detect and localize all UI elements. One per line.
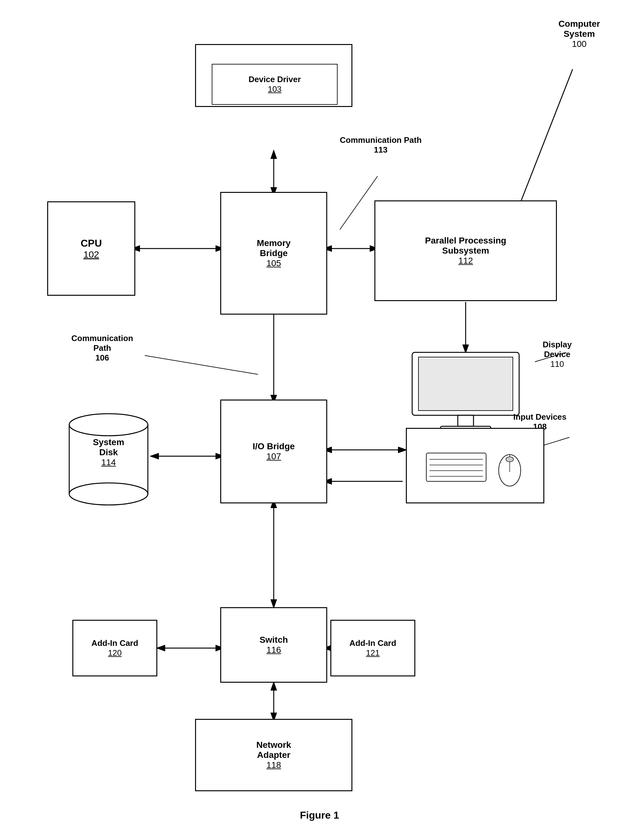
svg-rect-21 [418, 357, 513, 411]
keyboard-icon [425, 447, 488, 484]
svg-point-35 [69, 414, 148, 436]
svg-line-18 [340, 176, 378, 230]
memory-bridge-box: MemoryBridge 105 [220, 192, 327, 314]
svg-rect-22 [458, 415, 474, 426]
system-memory-box: System Memory 104 Device Driver 103 [195, 44, 352, 107]
svg-rect-26 [426, 453, 486, 481]
io-bridge-box: I/O Bridge 107 [220, 400, 327, 503]
display-device-label: DisplayDevice 110 [526, 340, 589, 369]
svg-point-33 [506, 457, 513, 462]
figure-label: Figure 1 [0, 810, 639, 821]
input-devices-box [406, 428, 544, 503]
switch-box: Switch 116 [220, 607, 327, 683]
add-in-card-120-box: Add-In Card 120 [72, 620, 157, 676]
cpu-box: CPU 102 [47, 201, 135, 296]
diagram: Computer System 100 System Memory 104 De… [0, 0, 639, 840]
comm-path-106-label: CommunicationPath106 [61, 333, 143, 363]
system-disk: SystemDisk 114 [63, 406, 154, 513]
svg-point-36 [69, 483, 148, 505]
mouse-icon [494, 440, 525, 491]
comm-path-113-label: Communication Path113 [340, 135, 421, 155]
computer-system-label: Computer System 100 [545, 19, 614, 49]
svg-line-19 [145, 356, 258, 375]
parallel-processing-box: Parallel ProcessingSubsystem 112 [374, 200, 557, 301]
add-in-card-121-box: Add-In Card 121 [331, 620, 415, 676]
svg-line-16 [516, 69, 572, 214]
network-adapter-box: NetworkAdapter 118 [195, 719, 352, 791]
device-driver-box: Device Driver 103 [212, 64, 338, 105]
